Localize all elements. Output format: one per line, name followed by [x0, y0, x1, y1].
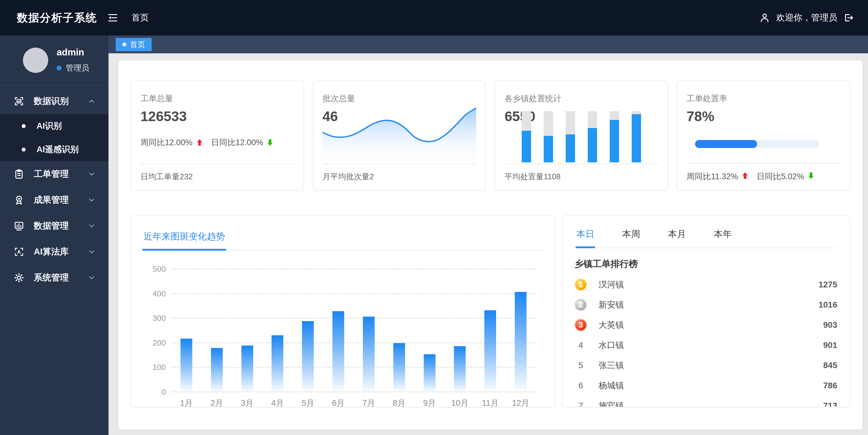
- chevron-down-icon: [87, 222, 96, 230]
- chevron-down-icon: [87, 196, 96, 204]
- x-tick-label: 4月: [262, 398, 293, 408]
- trend-chart-card: 近年来图斑变化趋势 0100200300400500 1月2月3月4月5月6月7…: [131, 215, 555, 407]
- monitor-chart-icon: [13, 220, 25, 232]
- rank-number: 7: [575, 401, 587, 408]
- batch-sparkline-chart: [322, 101, 476, 165]
- tab-today[interactable]: 本日: [576, 225, 595, 248]
- sidebar-item-ai-algorithms[interactable]: A AI算法库: [0, 239, 108, 265]
- sidebar-item-data-recognition[interactable]: 数据识别: [0, 88, 108, 114]
- stat-card-disposal-rate: 工单处置率 78% 周同比11.32% 日同比5.02: [677, 80, 850, 190]
- ranking-list: 1 汊河镇 1275 2 新安镇 1016 3 大英镇: [575, 274, 837, 407]
- menu-fold-icon[interactable]: [107, 12, 118, 23]
- x-tick-label: 5月: [293, 398, 323, 408]
- mini-bar-track: [566, 111, 575, 162]
- sidebar-item-achievements[interactable]: 成果管理: [0, 187, 108, 213]
- mini-bar-track: [610, 111, 619, 162]
- stat-card-total-orders: 工单总量 126533 周同比12.00% 日同比12.00%: [131, 80, 304, 190]
- y-tick-label: 500: [153, 265, 166, 274]
- ranking-row: 3 大英镇 903: [575, 315, 837, 335]
- ranking-row: 1 汊河镇 1275: [575, 274, 837, 295]
- stat-value: 78%: [687, 108, 840, 125]
- welcome-text: 欢迎你，管理员: [776, 12, 837, 24]
- medal-icon: [13, 194, 25, 206]
- x-tick-label: 2月: [202, 398, 232, 408]
- y-tick-label: 100: [153, 363, 166, 372]
- day-trend: 日同比5.02%: [757, 171, 804, 182]
- bullet-icon: [22, 147, 26, 152]
- sidebar-item-data-management[interactable]: 数据管理: [0, 213, 108, 239]
- mini-bar-fill: [566, 134, 575, 163]
- mini-bar-fill: [610, 120, 619, 162]
- y-tick-label: 200: [153, 338, 166, 348]
- tab-this-year[interactable]: 本年: [713, 225, 733, 248]
- stat-card-township-disposal: 各乡镇处置统计 6550 平均处置量1108: [495, 80, 668, 190]
- ranking-row: 6 杨城镇 786: [575, 375, 837, 396]
- ranking-tabs: 本日 本周 本月 本年: [575, 225, 837, 248]
- chart-bar: [241, 345, 253, 392]
- ai-scan-icon: A: [13, 246, 25, 258]
- active-tab-dot-icon: [122, 42, 126, 46]
- rank-number: 5: [575, 361, 587, 370]
- township-minibar-chart: [504, 111, 658, 162]
- chart-bar: [454, 346, 466, 392]
- silver-medal-icon: 2: [575, 299, 587, 311]
- stat-footer: 月平均批次量2: [322, 164, 476, 182]
- mini-bar-track: [632, 111, 641, 162]
- week-trend: 周同比12.00%: [141, 137, 193, 148]
- x-tick-label: 6月: [323, 398, 353, 408]
- app-title: 数据分析子系统: [0, 10, 100, 25]
- nav-home-link[interactable]: 首页: [131, 12, 149, 24]
- x-tick-label: 8月: [384, 398, 414, 408]
- tab-home[interactable]: 首页: [116, 38, 152, 51]
- mini-bar-fill: [544, 136, 553, 162]
- chart-bar: [181, 339, 192, 392]
- tab-bar: 首页: [108, 36, 868, 53]
- arrow-down-icon: [807, 172, 815, 182]
- chart-bar: [515, 292, 527, 392]
- day-trend: 日同比12.00%: [211, 137, 264, 148]
- sidebar-item-ai-remote-sensing[interactable]: AI遥感识别: [0, 138, 108, 161]
- sidebar-user-block: admin 管理员: [0, 36, 108, 85]
- stat-footer: 平均处置量1108: [504, 164, 658, 182]
- ranking-row: 2 新安镇 1016: [575, 295, 837, 315]
- chart-bar: [484, 310, 496, 392]
- arrow-up-icon: [741, 172, 749, 182]
- user-role: 管理员: [57, 63, 89, 73]
- chart-bar: [302, 321, 314, 392]
- gold-medal-icon: 1: [575, 278, 587, 291]
- avatar: [23, 47, 48, 73]
- tab-this-month[interactable]: 本月: [667, 225, 687, 248]
- image-scan-icon: [13, 96, 25, 107]
- sidebar: admin 管理员 数据识别: [0, 36, 108, 435]
- gear-icon: [13, 272, 25, 283]
- chevron-down-icon: [87, 247, 96, 256]
- user-icon: [759, 12, 770, 23]
- rank-number: 4: [575, 340, 587, 350]
- ranking-row: 5 张三镇 845: [575, 355, 837, 375]
- sidebar-item-ai-recognition[interactable]: AI识别: [0, 114, 108, 138]
- x-tick-label: 12月: [505, 398, 536, 408]
- mini-bar-fill: [522, 131, 531, 162]
- mini-bar-track: [522, 111, 531, 162]
- logout-icon[interactable]: [843, 12, 854, 23]
- ranking-title: 乡镇工单排行榜: [575, 258, 837, 270]
- stat-footer: 日均工单量232: [141, 164, 294, 182]
- mini-bar-track: [588, 111, 597, 162]
- y-tick-label: 0: [161, 388, 166, 397]
- stat-title: 工单总量: [141, 93, 294, 104]
- x-tick-label: 7月: [353, 398, 384, 408]
- stat-title: 工单处置率: [687, 93, 840, 104]
- sidebar-item-work-orders[interactable]: 工单管理: [0, 161, 108, 187]
- chart-bar: [211, 348, 223, 392]
- disposal-rate-progressbar: [695, 140, 819, 148]
- sidebar-item-system-settings[interactable]: 系统管理: [0, 265, 108, 291]
- x-tick-label: 1月: [171, 398, 202, 408]
- svg-text:A: A: [17, 249, 21, 255]
- x-tick-label: 11月: [475, 398, 505, 408]
- tab-this-week[interactable]: 本周: [621, 225, 641, 248]
- stat-value: 126533: [141, 108, 294, 125]
- tab-spot-trend[interactable]: 近年来图斑变化趋势: [142, 228, 226, 250]
- monthly-bar-chart: 0100200300400500: [171, 269, 536, 392]
- rank-number: 6: [575, 381, 587, 391]
- mini-bar-fill: [632, 114, 641, 162]
